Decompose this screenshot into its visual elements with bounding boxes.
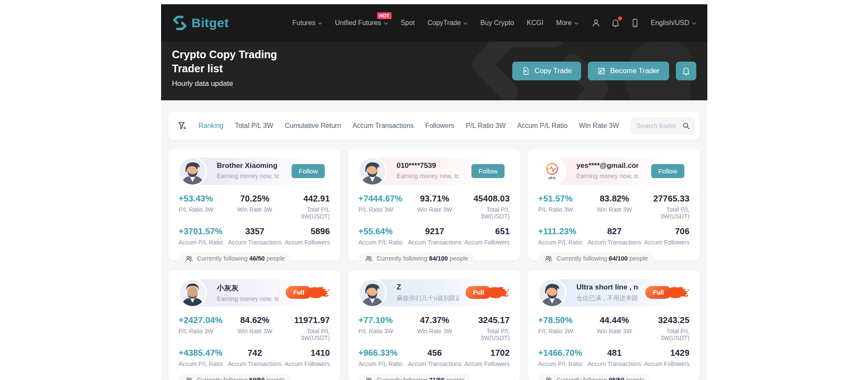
brand-wordmark: Bitget <box>192 16 229 30</box>
nav-item-kcgi[interactable]: KCGI <box>527 19 543 27</box>
bitget-logo[interactable]: Bitget <box>172 15 229 31</box>
copy-trade-icon <box>522 67 530 75</box>
tab-pl-ratio-3w[interactable]: P/L Ratio 3W <box>466 122 506 130</box>
nav-item-buy-crypto[interactable]: Buy Crypto <box>480 19 514 27</box>
nav-item-unified-futures[interactable]: HOT Unified Futures <box>335 19 388 27</box>
trader-card[interactable]: Ultra short line , not resi... 仓位已满，不用进来… <box>528 270 700 380</box>
stat-win-rate-3w: 83.82%Win Rate 3W <box>586 194 643 220</box>
hot-badge: HOT <box>377 12 391 19</box>
stat-accum-pl-ratio: +111.23%Accum P/L Ratio <box>538 227 586 246</box>
tab-total-pl-3w[interactable]: Total P/L 3W <box>235 122 273 130</box>
trader-card[interactable]: IPS yes****@gmail.com Earning money now,… <box>528 149 700 260</box>
language-selector[interactable]: English/USD <box>651 19 696 27</box>
tab-followers[interactable]: Followers <box>425 122 454 130</box>
avatar <box>178 278 207 307</box>
stat-total-pl-3w: 27765.33Total P/L 3W(USDT) <box>643 194 689 220</box>
trader-stats: +51.57%P/L Ratio 3W 83.82%Win Rate 3W 27… <box>538 194 689 246</box>
copy-trade-button[interactable]: Copy Trade <box>512 62 581 80</box>
following-pill: Currently following 64/100 people <box>538 252 654 267</box>
trader-stats: +53.43%P/L Ratio 3W 70.25%Win Rate 3W 44… <box>179 194 330 246</box>
stat-accum-followers: 1429Accum Followers <box>643 348 689 367</box>
stat-total-pl-3w: 442.91Total P/L 3W(USDT) <box>284 194 330 220</box>
nav-item-futures[interactable]: Futures <box>292 19 322 27</box>
stat-win-rate-3w: 84.62%Win Rate 3W <box>226 315 284 341</box>
tab-ranking[interactable]: Ranking <box>199 122 224 130</box>
trader-card[interactable]: 小灰灰 Earning money now, too bus... Full F… <box>168 270 340 380</box>
user-icon[interactable] <box>591 18 601 28</box>
follow-button[interactable]: Follow <box>292 164 325 178</box>
stat-pl-ratio-3w: +78.50%P/L Ratio 3W <box>538 315 586 341</box>
filter-bar: Ranking Total P/L 3W Cumulative Return A… <box>168 112 700 140</box>
nav-item-copytrade[interactable]: CopyTrade <box>428 19 468 27</box>
following-pill: Currently following 95/50 people <box>538 374 651 380</box>
stat-accum-followers: 651Accum Followers <box>463 227 510 246</box>
trader-card[interactable]: 010****7539 Earning money now, too bus..… <box>348 149 520 260</box>
hero-bell-button[interactable] <box>676 62 696 80</box>
trader-bio: 麻烦你们几十u就别跟进来了... <box>397 294 459 302</box>
full-badge-label: Full <box>286 286 312 299</box>
card-header: 小灰灰 Earning money now, too bus... Full F… <box>179 279 330 307</box>
trader-name: 小灰灰 <box>217 283 279 293</box>
stat-win-rate-3w: 93.71%Win Rate 3W <box>406 194 463 220</box>
avatar <box>178 157 207 186</box>
followers-icon <box>365 376 373 380</box>
following-pill: Currently following 59/50 people <box>179 374 291 380</box>
stat-pl-ratio-3w: +51.57%P/L Ratio 3W <box>538 194 586 220</box>
card-footer: Currently following 84/100 people <box>358 252 510 267</box>
trader-identity: Z 麻烦你们几十u就别跟进来了... <box>397 283 459 302</box>
following-text: Currently following 59/50 people <box>197 377 285 380</box>
chevron-down-icon <box>463 22 468 25</box>
trader-name: 010****7539 <box>397 162 459 170</box>
stat-accum-transactions: 3357Accum Transactions <box>226 227 284 246</box>
stat-pl-ratio-3w: +53.43%P/L Ratio 3W <box>179 194 226 220</box>
phone-icon[interactable] <box>630 18 640 28</box>
following-text: Currently following 95/50 people <box>556 377 644 380</box>
nav-item-more[interactable]: More <box>556 19 578 27</box>
stat-pl-ratio-3w: +77.10%P/L Ratio 3W <box>358 315 406 341</box>
tab-cumulative-return[interactable]: Cumulative Return <box>285 122 341 130</box>
followers-icon <box>185 376 193 380</box>
card-footer: Currently following 64/100 people <box>538 252 689 267</box>
stat-accum-pl-ratio: +4385.47%Accum P/L Ratio <box>179 348 226 367</box>
navbar: Bitget Futures HOT Unified Futures Spot … <box>161 4 707 42</box>
stat-accum-pl-ratio: +966.33%Accum P/L Ratio <box>358 348 406 367</box>
tab-accum-pl-ratio[interactable]: Accum P/L Ratio <box>517 122 568 130</box>
following-pill: Currently following 71/50 people <box>358 374 471 380</box>
nav-item-spot[interactable]: Spot <box>401 19 415 27</box>
hero-banner: Crypto Copy Trading Trader list Hourly d… <box>161 42 707 100</box>
search-input[interactable] <box>630 117 695 135</box>
followers-icon <box>545 255 553 263</box>
tab-win-rate-3w[interactable]: Win Rate 3W <box>579 122 619 130</box>
bell-icon[interactable] <box>611 18 620 28</box>
photo-avatar-image <box>179 280 206 306</box>
chevron-down-icon <box>692 22 696 25</box>
full-badge-label: Full <box>645 286 672 299</box>
chevron-down-icon <box>318 22 322 25</box>
trader-stats: +7444.67%P/L Ratio 3W 93.71%Win Rate 3W … <box>358 194 510 246</box>
follow-button[interactable]: Follow <box>471 164 505 178</box>
tab-accum-transactions[interactable]: Accum Transactions <box>352 122 414 130</box>
trader-grid: Brother Xiaoming Earning money now, too … <box>168 149 700 380</box>
chevron-down-icon <box>574 22 579 25</box>
card-header: Brother Xiaoming Earning money now, too … <box>179 157 330 185</box>
svg-text:IPS: IPS <box>549 176 556 180</box>
stat-total-pl-3w: 3243.25Total P/L 3W(USDT) <box>643 315 689 341</box>
card-header: IPS yes****@gmail.com Earning money now,… <box>538 157 689 185</box>
stat-accum-transactions: 481Accum Transactions <box>586 348 643 367</box>
stat-accum-transactions: 456Accum Transactions <box>406 348 463 367</box>
avatar <box>358 278 387 307</box>
trader-bio: Earning money now, too bus... <box>217 295 279 302</box>
following-pill: Currently following 46/50 people <box>179 252 291 267</box>
avatar <box>538 278 567 307</box>
trader-card[interactable]: Z 麻烦你们几十u就别跟进来了... Full Full +77.10%P/L … <box>348 270 520 380</box>
stat-accum-transactions: 742Accum Transactions <box>226 348 284 367</box>
avatar <box>358 157 387 186</box>
trader-identity: Ultra short line , not resi... 仓位已满，不用进来… <box>576 283 638 302</box>
become-trader-button[interactable]: Become Trader <box>588 62 669 80</box>
follow-button[interactable]: Follow <box>651 164 684 178</box>
followers-icon <box>365 255 373 263</box>
trader-bio: Earning money now, too bus... <box>576 173 638 179</box>
following-text: Currently following 64/100 people <box>556 255 648 262</box>
following-text: Currently following 71/50 people <box>377 377 465 380</box>
trader-card[interactable]: Brother Xiaoming Earning money now, too … <box>168 149 340 260</box>
